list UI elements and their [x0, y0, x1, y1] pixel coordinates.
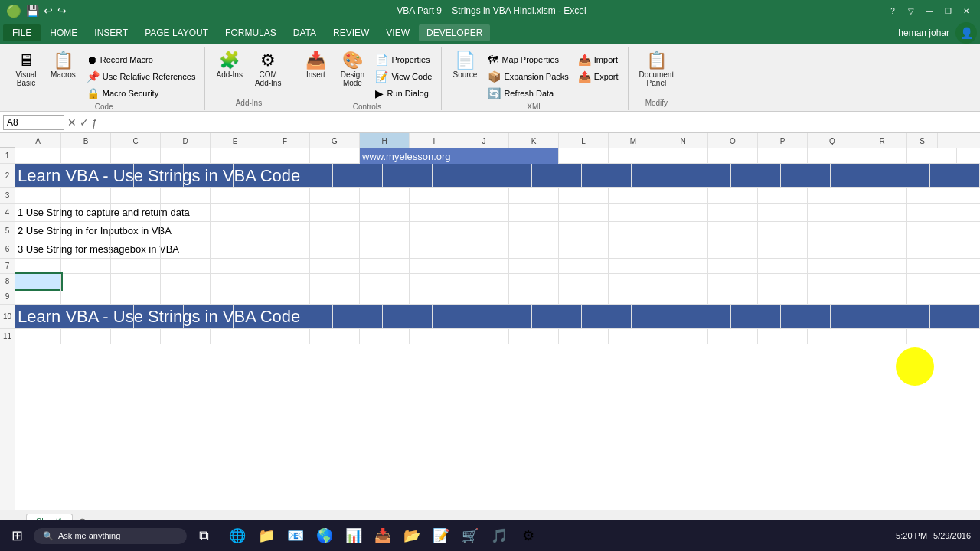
col-header-q[interactable]: Q	[808, 133, 858, 148]
cell-m8[interactable]	[609, 274, 658, 289]
cell-k2[interactable]	[582, 164, 632, 187]
cell-l2[interactable]	[632, 164, 681, 187]
cell-n1[interactable]	[808, 148, 858, 164]
cell-m5[interactable]	[609, 222, 658, 240]
undo-btn[interactable]: ↩	[44, 5, 53, 17]
cell-c1[interactable]	[111, 148, 161, 164]
redo-btn[interactable]: ↪	[57, 5, 67, 17]
select-all-corner[interactable]	[0, 133, 15, 148]
col-header-c[interactable]: C	[111, 133, 161, 148]
cell-b7[interactable]	[61, 259, 111, 274]
cell-f3[interactable]	[260, 188, 310, 204]
cell-h3[interactable]	[360, 188, 410, 204]
cell-k6[interactable]	[509, 240, 559, 258]
cell-h5[interactable]	[360, 222, 410, 240]
menu-insert[interactable]: INSERT	[87, 24, 136, 41]
cell-p3[interactable]	[758, 188, 808, 204]
cell-q9[interactable]	[808, 289, 858, 305]
design-mode-btn[interactable]: 🎨 DesignMode	[335, 49, 369, 90]
col-header-a[interactable]: A	[15, 133, 61, 148]
col-header-d[interactable]: D	[161, 133, 211, 148]
cell-o9[interactable]	[708, 289, 758, 305]
cell-c8[interactable]	[111, 274, 161, 289]
cell-f11[interactable]	[260, 329, 310, 344]
cell-j5[interactable]	[459, 222, 509, 240]
expansion-packs-btn[interactable]: 📦 Expansion Packs	[485, 69, 571, 84]
cell-n8[interactable]	[658, 274, 708, 289]
cell-j7[interactable]	[459, 259, 509, 274]
col-header-s[interactable]: S	[907, 133, 938, 148]
cell-j9[interactable]	[459, 289, 509, 305]
cell-n5[interactable]	[658, 222, 708, 240]
cell-e6[interactable]	[211, 240, 260, 258]
formula-input[interactable]	[101, 116, 977, 129]
cell-d3[interactable]	[161, 188, 211, 204]
cell-m3[interactable]	[609, 188, 658, 204]
cell-k5[interactable]	[509, 222, 559, 240]
col-header-f[interactable]: F	[260, 133, 310, 148]
col-header-b[interactable]: B	[61, 133, 111, 148]
cell-g11[interactable]	[310, 329, 360, 344]
cell-p5[interactable]	[758, 222, 808, 240]
cell-h4[interactable]	[360, 204, 410, 221]
cell-l11[interactable]	[559, 329, 609, 344]
cell-k9[interactable]	[509, 289, 559, 305]
cell-l10[interactable]	[632, 305, 681, 328]
cell-r9[interactable]	[858, 289, 907, 305]
row-num-11[interactable]: 11	[0, 329, 15, 344]
cell-m2[interactable]	[681, 164, 731, 187]
cell-q7[interactable]	[808, 259, 858, 274]
map-properties-btn[interactable]: 🗺 Map Properties	[485, 52, 571, 67]
cell-r8[interactable]	[858, 274, 907, 289]
cell-h7[interactable]	[360, 259, 410, 274]
cell-r2[interactable]	[930, 164, 980, 187]
cell-h6[interactable]	[360, 240, 410, 258]
row-num-10[interactable]: 10	[0, 305, 15, 329]
cell-p2[interactable]	[831, 164, 880, 187]
cell-l3[interactable]	[559, 188, 609, 204]
cell-a3[interactable]	[15, 188, 61, 204]
cell-p6[interactable]	[758, 240, 808, 258]
cell-r7[interactable]	[858, 259, 907, 274]
cell-l9[interactable]	[559, 289, 609, 305]
menu-page-layout[interactable]: PAGE LAYOUT	[137, 24, 216, 41]
cell-e3[interactable]	[211, 188, 260, 204]
cell-k10[interactable]	[582, 305, 632, 328]
col-header-l[interactable]: L	[559, 133, 609, 148]
taskbar-app6-btn[interactable]: 📂	[398, 522, 426, 549]
record-macro-btn[interactable]: ⏺ Record Macro	[83, 52, 199, 67]
minimize-btn[interactable]: —	[922, 3, 937, 18]
cancel-formula-icon[interactable]: ✕	[67, 116, 77, 129]
row-num-9[interactable]: 9	[0, 289, 15, 305]
col-header-r[interactable]: R	[858, 133, 907, 148]
cell-q6[interactable]	[808, 240, 858, 258]
cell-e8[interactable]	[211, 274, 260, 289]
cell-b9[interactable]	[61, 289, 111, 305]
view-code-btn[interactable]: 📝 View Code	[372, 69, 435, 84]
cell-q8[interactable]	[808, 274, 858, 289]
refresh-data-btn[interactable]: 🔄 Refresh Data	[485, 86, 571, 101]
cell-i9[interactable]	[410, 289, 459, 305]
cell-g2[interactable]	[383, 164, 433, 187]
cell-r10[interactable]	[930, 305, 980, 328]
cell-d1[interactable]	[161, 148, 211, 164]
cell-g8[interactable]	[310, 274, 360, 289]
cell-n2[interactable]	[731, 164, 781, 187]
cell-a9[interactable]	[15, 289, 61, 305]
cell-i7[interactable]	[410, 259, 459, 274]
cell-b11[interactable]	[61, 329, 111, 344]
cell-r5[interactable]	[858, 222, 907, 240]
cell-c4[interactable]	[111, 204, 161, 221]
cell-q11[interactable]	[808, 329, 858, 344]
cell-n4[interactable]	[658, 204, 708, 221]
cell-h1-url[interactable]: www.myelesson.org	[360, 148, 559, 164]
cell-c3[interactable]	[111, 188, 161, 204]
cell-i10[interactable]	[482, 305, 532, 328]
taskbar-outlook-btn[interactable]: 📧	[282, 522, 309, 549]
cell-h2[interactable]	[433, 164, 482, 187]
cell-q10[interactable]	[880, 305, 930, 328]
cell-k7[interactable]	[509, 259, 559, 274]
cell-c6[interactable]	[111, 240, 161, 258]
cell-j4[interactable]	[459, 204, 509, 221]
row-num-8[interactable]: 8	[0, 274, 15, 289]
